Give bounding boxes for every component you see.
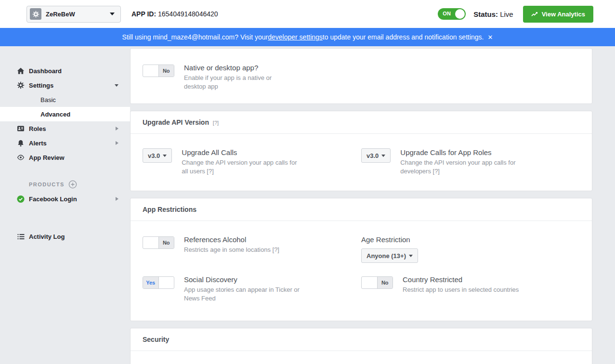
sidebar-item-app-review[interactable]: App Review — [0, 150, 130, 165]
app-live-toggle-label: ON — [443, 11, 451, 16]
upgrade-app-roles-setting: v3.0 Upgrade Calls for App Roles Change … — [361, 148, 580, 175]
setting-description: Restricts age in some locations [?] — [184, 246, 279, 254]
banner-text-after: to update your email address and notific… — [323, 33, 484, 41]
card-title: App Restrictions — [131, 198, 592, 221]
trending-up-icon — [531, 11, 538, 17]
sidebar-item-activity-log[interactable]: Activity Log — [0, 229, 130, 244]
references-alcohol-setting: No References Alcohol Restricts age in s… — [143, 235, 361, 263]
sidebar-item-label: Activity Log — [29, 233, 65, 240]
view-analytics-button[interactable]: View Analytics — [523, 6, 593, 23]
help-icon[interactable]: [?] — [213, 120, 219, 126]
chevron-down-icon — [409, 255, 413, 257]
selected-age: Anyone (13+) — [366, 252, 406, 260]
roles-card-icon — [17, 125, 25, 132]
references-alcohol-toggle[interactable]: No — [143, 236, 174, 249]
upgrade-api-card: Upgrade API Version [?] v3.0 Upgrade All… — [130, 111, 592, 191]
api-version-select[interactable]: v3.0 — [143, 148, 172, 163]
sidebar: Dashboard Settings — [0, 46, 130, 364]
check-circle-icon — [17, 195, 25, 203]
products-section-header: PRODUCTS — [0, 177, 130, 192]
top-bar: ZeReBeW APP ID: 1654049148046420 ON Stat… — [0, 0, 615, 28]
add-product-button[interactable] — [68, 180, 77, 189]
setting-description: Restrict app to users in selected countr… — [403, 286, 519, 294]
home-icon — [17, 67, 25, 75]
native-app-setting: No Native or desktop app? Enable if your… — [143, 64, 580, 91]
sidebar-item-label: Settings — [29, 82, 53, 89]
setting-description: Change the API version your app calls fo… — [400, 158, 521, 175]
toggle-state-label: No — [158, 65, 174, 77]
social-discovery-toggle[interactable]: Yes — [143, 276, 174, 289]
sidebar-item-roles[interactable]: Roles — [0, 121, 130, 136]
chevron-down-icon — [163, 155, 167, 157]
app-id-value: 1654049148046420 — [158, 10, 218, 18]
products-label: PRODUCTS — [29, 182, 65, 187]
country-restricted-setting: No Country Restricted Restrict app to us… — [361, 275, 580, 302]
native-app-toggle[interactable]: No — [143, 65, 174, 77]
main-content: No Native or desktop app? Enable if your… — [130, 46, 592, 364]
sidebar-item-advanced[interactable]: Advanced — [0, 107, 130, 121]
setting-title: Upgrade All Calls — [182, 148, 302, 156]
setting-title: References Alcohol — [184, 235, 279, 244]
setting-title: Upgrade Calls for App Roles — [400, 148, 521, 156]
sidebar-item-alerts[interactable]: Alerts — [0, 136, 130, 150]
toggle-knob — [362, 277, 377, 288]
sidebar-item-label: Basic — [40, 96, 56, 104]
chevron-down-icon — [115, 84, 118, 87]
setting-title: Native or desktop app? — [184, 64, 295, 72]
topbar-right-group: ON Status: Live View Analytics — [438, 6, 593, 23]
card-title: Upgrade API Version [?] — [131, 111, 592, 134]
gear-icon — [17, 81, 25, 89]
setting-title: Social Discovery — [184, 275, 302, 284]
app-selector-dropdown[interactable]: ZeReBeW — [26, 6, 121, 23]
sidebar-item-facebook-login[interactable]: Facebook Login — [0, 192, 130, 206]
upgrade-all-calls-setting: v3.0 Upgrade All Calls Change the API ve… — [143, 148, 361, 175]
card-title-text: App Restrictions — [143, 206, 196, 213]
bell-icon — [17, 139, 25, 147]
card-title: Security — [131, 328, 592, 351]
sidebar-item-label: App Review — [29, 154, 65, 161]
toggle-knob — [143, 65, 158, 77]
status-text: Status: Live — [473, 10, 513, 18]
sidebar-item-settings[interactable]: Settings — [0, 78, 130, 92]
sidebar-item-label: Alerts — [29, 140, 47, 147]
toggle-knob — [455, 9, 465, 19]
app-avatar-icon — [30, 8, 41, 20]
sidebar-item-basic[interactable]: Basic — [0, 92, 130, 107]
sidebar-spacer — [0, 206, 130, 229]
chevron-down-icon — [381, 155, 385, 157]
app-name: ZeReBeW — [46, 11, 75, 18]
api-version-select[interactable]: v3.0 — [361, 148, 391, 163]
toggle-state-label: No — [158, 237, 174, 248]
sidebar-item-label: Advanced — [40, 111, 70, 118]
security-card: Security Server IP Whitelist — [130, 328, 592, 364]
card-title-text: Security — [143, 336, 169, 343]
toggle-state-label: No — [377, 277, 393, 288]
chevron-down-icon — [110, 13, 115, 15]
app-id: APP ID: 1654049148046420 — [131, 10, 218, 18]
toggle-knob — [159, 277, 174, 288]
notification-banner: Still using mind_maze4@hotmail.com? Visi… — [0, 28, 615, 46]
setting-description: Enable if your app is a native or deskto… — [184, 74, 295, 91]
chevron-right-icon — [116, 141, 118, 145]
app-id-label: APP ID: — [131, 10, 156, 18]
banner-close-icon[interactable]: ✕ — [488, 34, 493, 41]
eye-icon — [17, 154, 25, 161]
page-layout: Dashboard Settings — [0, 46, 615, 364]
banner-text-before: Still using mind_maze4@hotmail.com? Visi… — [122, 33, 268, 41]
sidebar-item-label: Facebook Login — [29, 195, 77, 203]
app-live-toggle[interactable]: ON — [438, 8, 466, 20]
age-restriction-label: Age Restriction — [361, 235, 580, 244]
sidebar-item-label: Roles — [29, 125, 46, 132]
age-restriction-select[interactable]: Anyone (13+) — [361, 248, 418, 263]
chevron-right-icon — [116, 197, 118, 201]
toggle-knob — [143, 237, 158, 248]
developer-settings-link[interactable]: developer settings — [268, 33, 323, 41]
sidebar-item-dashboard[interactable]: Dashboard — [0, 64, 130, 78]
country-restricted-toggle[interactable]: No — [361, 276, 393, 289]
age-restriction-setting: Age Restriction Anyone (13+) — [361, 235, 580, 263]
toggle-state-label: Yes — [143, 277, 159, 288]
selected-version: v3.0 — [366, 152, 379, 159]
list-icon — [17, 233, 25, 240]
status-label: Status: — [473, 10, 498, 18]
setting-description: App usage stories can appear in Ticker o… — [184, 286, 302, 302]
